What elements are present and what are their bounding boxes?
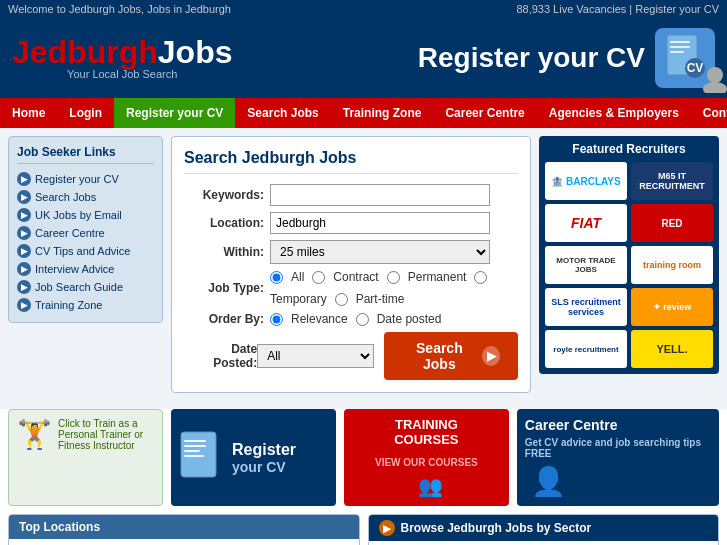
within-row: Within: 25 miles 5 miles 10 miles 15 mil… (184, 240, 518, 264)
recruiter-motor[interactable]: MOTOR TRADE JOBS (545, 246, 627, 284)
dateposted-select[interactable]: All Today Last 3 days Last week Last 2 w… (257, 344, 374, 368)
top-bar-right: 88,933 Live Vacancies | Register your CV (516, 3, 719, 15)
sidebar-link-label: Search Jobs (35, 191, 96, 203)
search-arrow-icon: ▶ (482, 346, 500, 366)
courses-icon: 👥 (418, 474, 443, 498)
sidebar-link-label: Interview Advice (35, 263, 114, 275)
recruiter-royle[interactable]: royle recruitment (545, 330, 627, 368)
cv-doc-icon (179, 430, 224, 485)
nav-agencies[interactable]: Agencies & Employers (537, 98, 691, 128)
svg-rect-8 (181, 432, 216, 477)
recruiter-red[interactable]: RED (631, 204, 713, 242)
banner-training-courses[interactable]: TRAININGCOURSES VIEW OUR COURSES 👥 (344, 409, 509, 506)
dateposted-and-btn-inner: All Today Last 3 days Last week Last 2 w… (257, 332, 518, 380)
recruiter-label: FIAT (571, 215, 601, 231)
within-select[interactable]: 25 miles 5 miles 10 miles 15 miles 50 mi… (270, 240, 490, 264)
sidebar-item-register-cv[interactable]: ▶ Register your CV (17, 170, 154, 188)
sidebar-link-label: Job Search Guide (35, 281, 123, 293)
sidebar-link-label: UK Jobs by Email (35, 209, 122, 221)
recruiters-title: Featured Recruiters (545, 142, 713, 156)
recruiter-m65[interactable]: M65 ITRECRUITMENT (631, 162, 713, 200)
arrow-icon: ▶ (17, 244, 31, 258)
banner-training[interactable]: 🏋 Click to Train as a Personal Trainer o… (8, 409, 163, 506)
recruiter-yell[interactable]: YELL. (631, 330, 713, 368)
keywords-input[interactable] (270, 184, 490, 206)
nav-training-zone[interactable]: Training Zone (331, 98, 434, 128)
orderby-relevance-radio[interactable] (270, 313, 283, 326)
browse-sector-header[interactable]: ▶ Browse Jedburgh Jobs by Sector (369, 515, 719, 541)
courses-subtitle: VIEW OUR COURSES (375, 457, 478, 468)
sidebar-item-career-centre[interactable]: ▶ Career Centre (17, 224, 154, 242)
dateposted-label: Date Posted: (184, 342, 257, 370)
recruiter-training[interactable]: training room (631, 246, 713, 284)
sidebar-item-cv-tips[interactable]: ▶ CV Tips and Advice (17, 242, 154, 260)
sidebar-link-label: Career Centre (35, 227, 105, 239)
browse-sector-label: Browse Jedburgh Jobs by Sector (401, 521, 592, 535)
svg-rect-3 (670, 51, 684, 53)
orderby-date-radio[interactable] (356, 313, 369, 326)
nav-search-jobs[interactable]: Search Jobs (235, 98, 330, 128)
location-input[interactable] (270, 212, 490, 234)
recruiter-label: royle recruitment (553, 345, 618, 354)
orderby-relevance-label: Relevance (291, 312, 348, 326)
banner-register-cv[interactable]: Register your CV (171, 409, 336, 506)
top-locations-header: Top Locations (9, 515, 359, 539)
training-icon: 🏋 (17, 418, 52, 451)
sidebar-item-interview[interactable]: ▶ Interview Advice (17, 260, 154, 278)
search-box: Search Jedburgh Jobs Keywords: Location:… (171, 136, 531, 393)
svg-rect-2 (670, 46, 690, 48)
sidebar-item-uk-jobs[interactable]: ▶ UK Jobs by Email (17, 206, 154, 224)
arrow-icon: ▶ (17, 190, 31, 204)
sidebar-title: Job Seeker Links (17, 145, 154, 164)
recruiter-label: RED (661, 218, 682, 229)
recruiter-grid: 🏦 BARCLAYS M65 ITRECRUITMENT FIAT RED MO… (545, 162, 713, 368)
nav-career-centre[interactable]: Career Centre (433, 98, 536, 128)
jobtype-contract-radio[interactable] (312, 271, 325, 284)
banner-career-centre[interactable]: Career Centre Get CV advice and job sear… (517, 409, 719, 506)
jobtype-permanent-radio[interactable] (387, 271, 400, 284)
recruiter-label: SLS recruitment services (547, 297, 625, 317)
location-label: Location: (184, 216, 264, 230)
nav-register-cv[interactable]: Register your CV (114, 98, 235, 128)
top-locations-panel: Top Locations Here is a list of the curr… (8, 514, 360, 545)
within-label: Within: (184, 245, 264, 259)
sidebar-item-job-guide[interactable]: ▶ Job Search Guide (17, 278, 154, 296)
nav-contact[interactable]: Contact Us (691, 98, 727, 128)
svg-rect-9 (184, 440, 206, 442)
recruiter-label: MOTOR TRADE JOBS (547, 256, 625, 274)
orderby-row: Order By: Relevance Date posted (184, 312, 518, 326)
orderby-label: Order By: (184, 312, 264, 326)
jobtype-parttime-radio[interactable] (335, 293, 348, 306)
recruiter-sls[interactable]: SLS recruitment services (545, 288, 627, 326)
recruiter-barclays[interactable]: 🏦 BARCLAYS (545, 162, 627, 200)
jobtype-temporary-label: Temporary (270, 292, 327, 306)
svg-rect-12 (184, 455, 204, 457)
nav-home[interactable]: Home (0, 98, 57, 128)
register-cv-text: Register your CV (418, 42, 645, 74)
career-subtitle: Get CV advice and job searching tips FRE… (525, 437, 711, 459)
arrow-icon: ▶ (17, 172, 31, 186)
register-cv-banner[interactable]: Register your CV CV (418, 28, 715, 88)
recruiter-review[interactable]: ✦ review (631, 288, 713, 326)
sidebar: Job Seeker Links ▶ Register your CV ▶ Se… (8, 136, 163, 401)
search-button[interactable]: Search Jobs ▶ (384, 332, 518, 380)
recruiter-fiat[interactable]: FIAT (545, 204, 627, 242)
nav-login[interactable]: Login (57, 98, 114, 128)
svg-rect-1 (670, 41, 690, 43)
career-title: Career Centre (525, 417, 711, 433)
top-bar-left: Welcome to Jedburgh Jobs, Jobs in Jedbur… (8, 3, 231, 15)
search-button-label: Search Jobs (402, 340, 476, 372)
jobtype-temporary-radio[interactable] (474, 271, 487, 284)
arrow-icon: ▶ (17, 262, 31, 276)
search-title: Search Jedburgh Jobs (184, 149, 518, 174)
logo-jobs: Jobs (158, 34, 233, 70)
sidebar-link-label: CV Tips and Advice (35, 245, 130, 257)
sidebar-item-search-jobs[interactable]: ▶ Search Jobs (17, 188, 154, 206)
jobtype-all-radio[interactable] (270, 271, 283, 284)
header: JedburghJobs Your Local Job Search Regis… (0, 18, 727, 98)
sidebar-box: Job Seeker Links ▶ Register your CV ▶ Se… (8, 136, 163, 323)
jobtype-label: Job Type: (184, 281, 264, 295)
logo-area: JedburghJobs Your Local Job Search (12, 36, 232, 80)
logo: JedburghJobs (12, 36, 232, 68)
sidebar-item-training-zone[interactable]: ▶ Training Zone (17, 296, 154, 314)
